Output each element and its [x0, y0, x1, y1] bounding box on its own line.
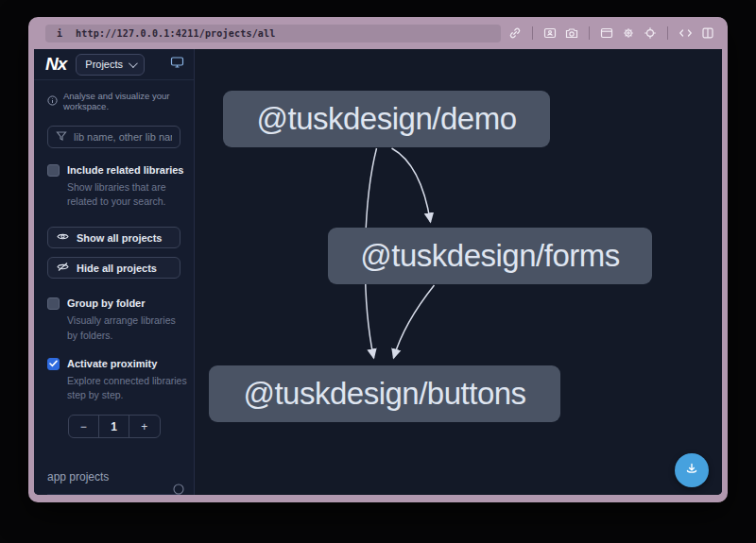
include-related-description: Show libraries that are related to your …: [67, 180, 188, 209]
toolbar-icons: [508, 17, 714, 49]
include-related-checkbox[interactable]: [47, 164, 60, 177]
tagline: Analyse and visualize your workspace.: [47, 91, 180, 111]
projects-dropdown[interactable]: Projects: [76, 54, 145, 76]
proximity-stepper: − 1 +: [68, 415, 161, 438]
include-related-label: Include related libraries: [67, 163, 188, 178]
proximity-value: 1: [98, 416, 129, 437]
nx-logo: Nx: [45, 54, 66, 75]
code-icon[interactable]: [679, 26, 693, 40]
show-all-projects-button[interactable]: Show all projects: [47, 227, 180, 248]
group-by-folder-row: Group by folder Visually arrange librari…: [47, 297, 180, 342]
chevron-down-icon: [129, 59, 138, 68]
proximity-increment-button[interactable]: +: [129, 416, 159, 437]
eye-icon: [57, 231, 69, 244]
graph-canvas[interactable]: @tuskdesign/demo @tuskdesign/forms @tusk…: [195, 49, 722, 495]
badge-icon[interactable]: [543, 26, 557, 40]
app-content: Nx Projects Analyse and: [34, 49, 722, 495]
search-input[interactable]: [74, 131, 172, 143]
include-related-row: Include related libraries Show libraries…: [47, 163, 180, 209]
url-bar[interactable]: i http://127.0.0.1:4211/projects/all: [45, 25, 501, 42]
info-icon: [47, 95, 58, 108]
tagline-text: Analyse and visualize your workspace.: [63, 91, 180, 111]
browser-window: i http://127.0.0.1:4211/projects/all: [28, 17, 728, 502]
graph-node-buttons[interactable]: @tuskdesign/buttons: [209, 365, 560, 422]
eye-off-icon: [57, 262, 69, 274]
link-icon[interactable]: [508, 26, 522, 40]
camera-icon[interactable]: [565, 26, 578, 40]
group-by-folder-checkbox[interactable]: [47, 297, 60, 310]
download-button[interactable]: [675, 453, 709, 487]
window-icon[interactable]: [600, 26, 613, 40]
gear-icon[interactable]: [622, 26, 635, 40]
target-icon[interactable]: [644, 26, 657, 40]
edge-forms-to-buttons: [394, 285, 435, 358]
info-glyph: i: [57, 28, 62, 39]
show-all-projects-label: Show all projects: [77, 232, 162, 244]
graph-node-demo[interactable]: @tuskdesign/demo: [223, 91, 550, 147]
proximity-decrement-button[interactable]: −: [69, 416, 98, 437]
download-icon: [684, 461, 699, 480]
graph-node-forms[interactable]: @tuskdesign/forms: [328, 228, 652, 284]
activate-proximity-row: Activate proximity Explore connected lib…: [47, 357, 180, 402]
url-text: http://127.0.0.1:4211/projects/all: [76, 28, 276, 39]
edge-demo-to-forms: [392, 148, 431, 222]
panel-icon[interactable]: [701, 26, 714, 40]
title-bar: i http://127.0.0.1:4211/projects/all: [28, 17, 728, 49]
group-by-folder-label: Group by folder: [67, 297, 188, 311]
activate-proximity-label: Activate proximity: [67, 357, 188, 371]
projects-dropdown-label: Projects: [85, 59, 123, 70]
group-by-folder-description: Visually arrange libraries by folders.: [67, 314, 188, 342]
sidebar-partial-row: [47, 482, 184, 495]
toolbar-separator: [532, 26, 533, 40]
hide-all-projects-button[interactable]: Hide all projects: [47, 257, 180, 279]
search-box: [47, 126, 180, 148]
help-icon[interactable]: [173, 482, 184, 495]
sidebar-header: Nx Projects: [34, 49, 194, 80]
hide-all-projects-label: Hide all projects: [77, 263, 157, 274]
sidebar: Nx Projects Analyse and: [34, 49, 195, 495]
activate-proximity-description: Explore connected libraries step by step…: [67, 374, 188, 402]
monitor-icon[interactable]: [170, 56, 184, 73]
toolbar-separator: [589, 26, 590, 40]
filter-icon: [56, 128, 67, 145]
toolbar-separator: [667, 26, 668, 40]
activate-proximity-checkbox[interactable]: [47, 358, 60, 370]
